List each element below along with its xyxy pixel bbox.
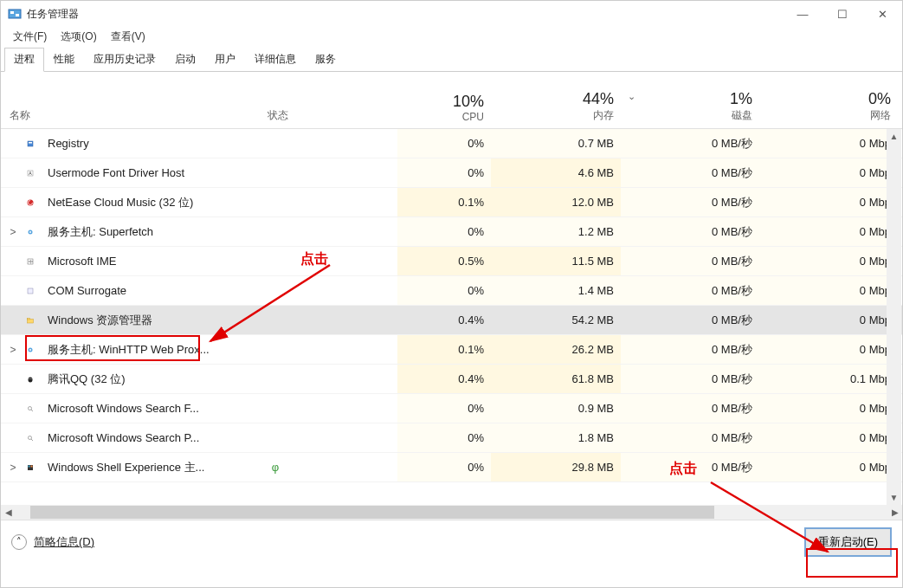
- process-cpu: 0.1%: [397, 335, 491, 364]
- scroll-down-icon[interactable]: ▼: [887, 490, 901, 505]
- process-row[interactable]: NetEase Cloud Music (32 位)0.1%12.0 MB0 M…: [1, 188, 902, 217]
- window-title: 任务管理器: [27, 7, 79, 22]
- svg-rect-14: [28, 318, 30, 320]
- process-disk: 0 MB/秒: [621, 335, 759, 364]
- process-row[interactable]: Microsoft Windows Search P...0%1.8 MB0 M…: [1, 423, 902, 453]
- process-icon: [20, 394, 41, 423]
- tab-0[interactable]: 进程: [4, 48, 44, 72]
- horizontal-scrollbar[interactable]: ◀ ▶: [1, 505, 902, 520]
- process-row[interactable]: Windows 资源管理器0.4%54.2 MB0 MB/秒0 Mbp: [1, 306, 902, 335]
- svg-point-17: [29, 377, 33, 382]
- maximize-button[interactable]: ☐: [822, 1, 862, 27]
- tab-3[interactable]: 启动: [165, 48, 205, 71]
- process-list: Registry0%0.7 MB0 MB/秒0 MbpAUsermode Fon…: [1, 129, 902, 505]
- scroll-right-icon[interactable]: ▶: [887, 507, 902, 517]
- scroll-left-icon[interactable]: ◀: [1, 507, 16, 517]
- svg-point-18: [29, 378, 30, 379]
- process-memory: 0.9 MB: [491, 394, 621, 423]
- header-name[interactable]: 名称: [1, 84, 261, 128]
- process-name: Registry: [41, 129, 261, 158]
- process-disk: 0 MB/秒: [621, 217, 759, 246]
- header-status[interactable]: 状态: [261, 84, 397, 128]
- svg-rect-2: [16, 14, 19, 16]
- process-status: [261, 217, 397, 246]
- process-icon: [20, 335, 41, 364]
- process-icon: [20, 129, 41, 158]
- process-network: 0 Mbp: [759, 453, 898, 481]
- tab-6[interactable]: 服务: [306, 48, 345, 71]
- process-disk: 0 MB/秒: [621, 453, 759, 481]
- scroll-up-icon[interactable]: ▲: [887, 129, 901, 144]
- process-network: 0 Mbp: [759, 217, 898, 246]
- process-cpu: 0.4%: [397, 365, 491, 393]
- restart-button[interactable]: 重新启动(E): [804, 527, 892, 557]
- minimize-button[interactable]: —: [783, 1, 822, 27]
- process-row[interactable]: >服务主机: WinHTTP Web Prox...0.1%26.2 MB0 M…: [1, 335, 902, 365]
- tab-2[interactable]: 应用历史记录: [84, 48, 165, 71]
- tab-4[interactable]: 用户: [205, 48, 245, 71]
- process-icon: [20, 217, 41, 246]
- header-memory[interactable]: 44% 内存: [491, 84, 621, 128]
- menu-file[interactable]: 文件(F): [8, 28, 52, 46]
- header-disk[interactable]: ⌄ 1% 磁盘: [621, 84, 759, 128]
- process-cpu: 0%: [397, 394, 491, 423]
- process-disk: 0 MB/秒: [621, 394, 759, 423]
- process-name: Windows 资源管理器: [41, 306, 261, 334]
- process-row[interactable]: 中Microsoft IME0.5%11.5 MB0 MB/秒0 Mbp: [1, 247, 902, 276]
- process-row[interactable]: >服务主机: Superfetch0%1.2 MB0 MB/秒0 Mbp: [1, 217, 902, 247]
- expand-toggle: [1, 188, 20, 216]
- tab-strip: 进程性能应用历史记录启动用户详细信息服务: [1, 48, 902, 72]
- process-icon: 中: [20, 247, 41, 275]
- process-row[interactable]: >Windows Shell Experience 主...φ0%29.8 MB…: [1, 453, 902, 482]
- scrollbar-thumb[interactable]: [30, 506, 714, 519]
- expand-toggle: [1, 158, 20, 187]
- process-status: φ: [261, 453, 397, 481]
- process-row[interactable]: Microsoft Windows Search F...0%0.9 MB0 M…: [1, 394, 902, 423]
- process-cpu: 0.1%: [397, 188, 491, 216]
- process-row[interactable]: Registry0%0.7 MB0 MB/秒0 Mbp: [1, 129, 902, 158]
- header-network[interactable]: 0% 网络: [759, 84, 898, 128]
- expand-toggle[interactable]: >: [1, 217, 20, 246]
- close-button[interactable]: ✕: [862, 1, 902, 27]
- vertical-scrollbar[interactable]: ▲ ▼: [887, 129, 901, 505]
- menu-options[interactable]: 选项(O): [55, 28, 101, 46]
- svg-rect-4: [29, 142, 32, 144]
- svg-rect-25: [29, 465, 30, 467]
- process-network: 0 Mbp: [759, 247, 898, 275]
- leaf-icon: φ: [268, 461, 283, 474]
- process-name: 服务主机: WinHTTP Web Prox...: [41, 335, 261, 364]
- expand-toggle: [1, 276, 20, 305]
- process-row[interactable]: AUsermode Font Driver Host0%4.6 MB0 MB/秒…: [1, 158, 902, 188]
- app-icon: [8, 7, 22, 21]
- process-cpu: 0%: [397, 129, 491, 158]
- menu-view[interactable]: 查看(V): [106, 28, 151, 46]
- expand-toggle[interactable]: >: [1, 453, 20, 481]
- process-row[interactable]: 腾讯QQ (32 位)0.4%61.8 MB0 MB/秒0.1 Mbp: [1, 365, 902, 394]
- process-memory: 0.7 MB: [491, 129, 621, 158]
- process-network: 0 Mbp: [759, 394, 898, 423]
- process-network: 0 Mbp: [759, 306, 898, 334]
- process-memory: 61.8 MB: [491, 365, 621, 393]
- process-network: 0 Mbp: [759, 129, 898, 158]
- tab-1[interactable]: 性能: [44, 48, 84, 71]
- tab-5[interactable]: 详细信息: [245, 48, 306, 71]
- fewer-details-link[interactable]: 简略信息(D): [34, 534, 94, 550]
- process-status: [261, 247, 397, 275]
- process-disk: 0 MB/秒: [621, 129, 759, 158]
- process-status: [261, 335, 397, 364]
- process-name: Usermode Font Driver Host: [41, 158, 261, 187]
- process-row[interactable]: COM Surrogate0%1.4 MB0 MB/秒0 Mbp: [1, 276, 902, 306]
- process-disk: 0 MB/秒: [621, 276, 759, 305]
- expand-toggle: [1, 394, 20, 423]
- header-cpu[interactable]: 10% CPU: [397, 84, 491, 128]
- expand-toggle[interactable]: >: [1, 335, 20, 364]
- svg-rect-1: [10, 11, 14, 14]
- process-status: [261, 365, 397, 393]
- expand-toggle: [1, 423, 20, 452]
- collapse-icon[interactable]: ˄: [11, 534, 27, 550]
- svg-line-21: [31, 410, 33, 411]
- process-name: 腾讯QQ (32 位): [41, 365, 261, 393]
- process-cpu: 0.4%: [397, 306, 491, 334]
- process-icon: [20, 453, 41, 481]
- process-name: COM Surrogate: [41, 276, 261, 305]
